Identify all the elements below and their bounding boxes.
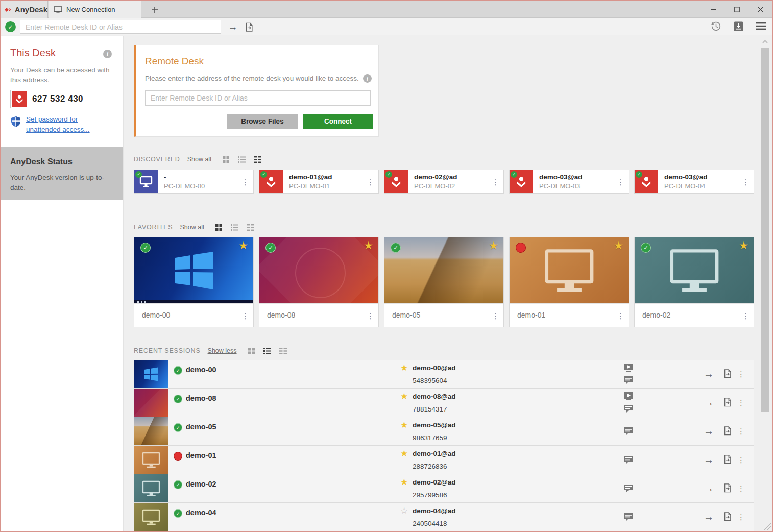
favorite-tile[interactable]: ✓ ★ demo-08 ⋮ [259, 237, 379, 327]
more-menu-icon[interactable]: ⋮ [742, 311, 750, 319]
more-menu-icon[interactable]: ⋮ [742, 178, 750, 185]
resize-grip[interactable] [764, 523, 771, 530]
connect-arrow-icon[interactable]: → [704, 482, 714, 494]
detail-view-icon[interactable] [279, 347, 288, 355]
main-menu-button[interactable] [756, 22, 766, 32]
detail-view-icon[interactable] [253, 155, 262, 163]
close-button[interactable] [748, 1, 772, 18]
more-menu-icon[interactable]: ⋮ [241, 311, 249, 319]
more-menu-icon[interactable]: ⋮ [241, 178, 249, 185]
info-icon[interactable]: i [363, 74, 372, 83]
this-desk-info-button[interactable]: i [103, 49, 112, 58]
remote-desk-id-input[interactable] [20, 20, 221, 34]
more-menu-icon[interactable]: ⋮ [737, 455, 745, 465]
connect-arrow-icon[interactable]: → [704, 425, 714, 437]
favorite-tile[interactable]: ✓ ★ demo-02 ⋮ [634, 237, 754, 327]
more-menu-icon[interactable]: ⋮ [737, 398, 745, 407]
scrollbar-thumb[interactable] [761, 48, 769, 412]
more-menu-icon[interactable]: ⋮ [492, 311, 499, 319]
list-view-icon[interactable] [263, 347, 272, 355]
discovered-tile[interactable]: ✓ - PC-DEMO-00 ⋮ [134, 170, 254, 194]
minimize-button[interactable] [702, 1, 725, 18]
discovered-tile[interactable]: ✓ demo-01@ad PC-DEMO-01 ⋮ [259, 170, 379, 194]
session-recording-icon[interactable] [624, 392, 633, 403]
more-menu-icon[interactable]: ⋮ [617, 178, 624, 185]
file-transfer-icon[interactable] [723, 454, 732, 467]
more-menu-icon[interactable]: ⋮ [737, 513, 745, 522]
list-view-icon[interactable] [237, 155, 247, 163]
connect-arrow-icon[interactable]: → [704, 368, 714, 380]
desktop-thumbnail [134, 446, 168, 474]
list-view-icon[interactable] [230, 223, 239, 231]
favorite-star-icon[interactable]: ★ [364, 239, 373, 252]
session-recording-icon[interactable] [624, 364, 633, 374]
file-transfer-icon[interactable] [723, 369, 732, 381]
chat-log-icon[interactable] [624, 404, 633, 415]
favorite-star-outline-icon[interactable]: ☆ [400, 505, 408, 516]
tiles-view-icon[interactable] [247, 347, 256, 355]
favorite-tile[interactable]: ★ demo-01 ⋮ [509, 237, 629, 327]
more-menu-icon[interactable]: ⋮ [737, 484, 745, 493]
address-book-button[interactable] [734, 21, 743, 33]
favorite-star-icon[interactable]: ★ [238, 239, 248, 252]
file-transfer-icon[interactable] [723, 397, 732, 409]
file-transfer-icon[interactable] [723, 426, 732, 438]
favorite-star-icon[interactable]: ★ [400, 362, 408, 373]
desktop-thumbnail [134, 389, 168, 417]
connect-arrow-button[interactable]: → [226, 20, 240, 34]
session-history-button[interactable] [711, 21, 721, 34]
more-menu-icon[interactable]: ⋮ [617, 311, 624, 319]
recent-session-row[interactable]: ✓ demo-08 ★ demo-08@ad 788154317 → ⋮ [134, 389, 754, 417]
favorite-tile[interactable]: ✓ ★ demo-05 ⋮ [384, 237, 504, 327]
file-transfer-button[interactable] [242, 20, 256, 34]
connect-arrow-icon[interactable]: → [704, 511, 714, 523]
chat-log-icon[interactable] [624, 513, 633, 523]
favorite-star-icon[interactable]: ★ [400, 391, 408, 402]
recent-sessions-show-less-link[interactable]: Show less [208, 347, 237, 354]
favorite-star-icon[interactable]: ★ [400, 448, 408, 459]
favorite-tile[interactable]: ✓ ★ demo-00 ⋮ [134, 237, 254, 327]
detail-view-icon[interactable] [246, 223, 255, 231]
recent-session-row[interactable]: demo-01 ★ demo-01@ad 288726836 → ⋮ [134, 446, 754, 474]
discovered-tile[interactable]: ✓ demo-03@ad PC-DEMO-04 ⋮ [634, 170, 754, 194]
more-menu-icon[interactable]: ⋮ [367, 178, 374, 185]
connect-arrow-icon[interactable]: → [704, 397, 714, 408]
favorite-star-icon[interactable]: ★ [489, 239, 498, 252]
set-password-link[interactable]: Set password for unattended access... [26, 114, 112, 135]
new-tab-button[interactable] [149, 4, 160, 15]
favorite-star-icon[interactable]: ★ [400, 420, 408, 430]
connect-button[interactable]: Connect [303, 114, 373, 129]
chat-log-icon[interactable] [624, 427, 633, 438]
file-transfer-icon[interactable] [723, 483, 732, 495]
more-menu-icon[interactable]: ⋮ [492, 178, 499, 185]
recent-session-row[interactable]: ✓ demo-02 ★ demo-02@ad 295799586 → ⋮ [134, 474, 754, 503]
discovered-tile[interactable]: ✓ demo-02@ad PC-DEMO-02 ⋮ [384, 170, 504, 194]
recent-session-row[interactable]: ✓ demo-00 ★ demo-00@ad 548395604 → ⋮ [134, 360, 754, 389]
connect-arrow-icon[interactable]: → [704, 454, 714, 466]
vertical-scrollbar[interactable] [761, 37, 769, 529]
discovered-tile[interactable]: ✓ demo-03@ad PC-DEMO-03 ⋮ [509, 170, 629, 194]
chat-log-icon[interactable] [624, 376, 633, 386]
favorite-star-icon[interactable]: ★ [400, 477, 408, 488]
discovered-show-all-link[interactable]: Show all [187, 156, 211, 163]
browse-files-button[interactable]: Browse Files [227, 114, 298, 129]
chat-log-icon[interactable] [624, 455, 633, 466]
more-menu-icon[interactable]: ⋮ [367, 311, 374, 319]
tab-new-connection[interactable]: New Connection [49, 1, 141, 18]
more-menu-icon[interactable]: ⋮ [737, 427, 745, 436]
scroll-up-button[interactable] [761, 37, 769, 46]
desk-address-box[interactable]: 627 532 430 [10, 90, 112, 108]
chat-log-icon[interactable] [624, 484, 633, 495]
recent-session-row[interactable]: ✓ demo-04 ☆ demo-04@ad 240504418 → ⋮ [134, 503, 754, 531]
tiles-view-icon[interactable] [214, 223, 224, 231]
maximize-button[interactable] [725, 1, 748, 18]
tiles-view-icon[interactable] [222, 155, 231, 163]
more-menu-icon[interactable]: ⋮ [737, 370, 745, 379]
close-icon [758, 7, 763, 12]
favorite-star-icon[interactable]: ★ [739, 239, 748, 252]
favorites-show-all-link[interactable]: Show all [180, 224, 204, 231]
recent-session-row[interactable]: ✓ demo-05 ★ demo-05@ad 986317659 → ⋮ [134, 417, 754, 446]
remote-desk-input[interactable] [145, 90, 371, 106]
favorite-star-icon[interactable]: ★ [614, 239, 623, 252]
file-transfer-icon[interactable] [723, 512, 732, 524]
